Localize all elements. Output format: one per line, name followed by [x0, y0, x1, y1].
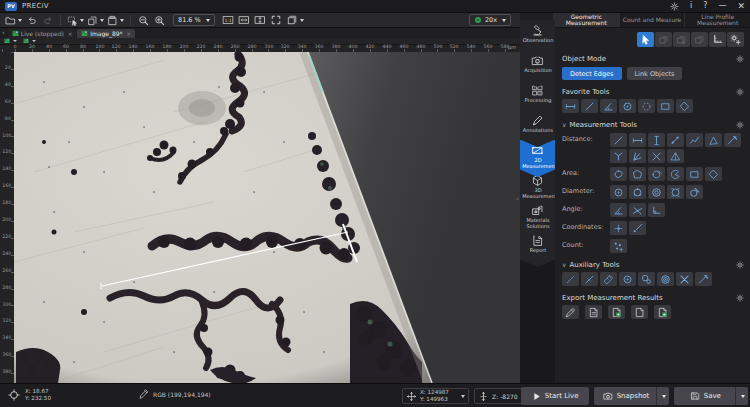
document-tab-image-89[interactable]: Image_89*✕: [77, 29, 135, 38]
tool-line-button[interactable]: [610, 133, 627, 147]
stage-xy-control[interactable]: X: 124987 Y: 149963: [402, 388, 469, 404]
tool-rulerband-button[interactable]: [600, 272, 617, 286]
tool-circconc-button[interactable]: [648, 185, 665, 199]
sidebar-item-observation[interactable]: Observation: [520, 20, 555, 57]
tool-angle3-button[interactable]: [600, 99, 617, 113]
snapshot-button[interactable]: Snapshot: [594, 387, 668, 405]
favorite-tools-settings-icon[interactable]: [736, 88, 744, 96]
object-mode-settings-icon[interactable]: [736, 55, 744, 63]
tool-lasso-button[interactable]: [610, 167, 627, 181]
help-icon[interactable]: ?: [703, 2, 707, 10]
overlay-layers-button[interactable]: [4, 38, 17, 44]
close-tab-icon[interactable]: ✕: [68, 31, 72, 37]
tool-anglelines-button[interactable]: [610, 149, 627, 163]
tool-fan-button[interactable]: [629, 149, 646, 163]
duplicate-add-button[interactable]: [673, 32, 690, 47]
copy-button[interactable]: [87, 14, 104, 27]
paste-button[interactable]: [107, 14, 124, 27]
tool-circmag-button[interactable]: [638, 272, 655, 286]
tool-fanline-button[interactable]: [705, 133, 722, 147]
snapshot-dropdown[interactable]: [656, 387, 669, 405]
open-file-button[interactable]: [5, 14, 22, 27]
tool-crossline-button[interactable]: [648, 149, 665, 163]
tool-filegreen-button[interactable]: [654, 305, 671, 319]
tool-circ2-button[interactable]: [619, 99, 636, 113]
mode-link-objects-button[interactable]: Link Objects: [627, 67, 683, 80]
tool-penline-button[interactable]: [695, 272, 712, 286]
tool-lineh-button[interactable]: [562, 99, 579, 113]
tab-line-profile-measurement[interactable]: Line Profile Measurement: [684, 13, 750, 27]
tool-tridist-button[interactable]: [667, 149, 684, 163]
zoom-in-button[interactable]: [153, 14, 166, 27]
actual-size-button[interactable]: 1:1: [222, 14, 235, 27]
auxiliary-tools-settings-icon[interactable]: [736, 261, 744, 269]
settings-icon[interactable]: [670, 2, 679, 11]
select-cursor-button[interactable]: [637, 32, 654, 47]
fullscreen-button[interactable]: [270, 14, 283, 27]
gallery-button[interactable]: [23, 38, 36, 44]
export-settings-icon[interactable]: [736, 294, 744, 302]
tool-filegreen-button[interactable]: [608, 305, 625, 319]
tool-pointline-button[interactable]: [629, 221, 646, 235]
tool-polyline-button[interactable]: [686, 133, 703, 147]
tool-linev-button[interactable]: [648, 133, 665, 147]
redo-button[interactable]: [41, 14, 54, 27]
objective-select[interactable]: 20x: [469, 14, 511, 26]
close-tab-icon[interactable]: ✕: [127, 31, 131, 37]
tool-angleperp-button[interactable]: [648, 203, 665, 217]
tool-point-button[interactable]: [610, 221, 627, 235]
tool-sector-button[interactable]: [667, 167, 684, 181]
tool-countdots-button[interactable]: [610, 239, 627, 253]
tool-lineh-button[interactable]: [629, 133, 646, 147]
select-tool-button[interactable]: [67, 14, 84, 27]
tool-diamond-button[interactable]: [676, 99, 693, 113]
collapse-panel-arrow[interactable]: ‹: [516, 195, 519, 203]
zoom-level-select[interactable]: 81.6 %: [173, 14, 215, 26]
tool-thinline-button[interactable]: [562, 272, 579, 286]
tool-fileplain-button[interactable]: [631, 305, 648, 319]
window-layout-button[interactable]: [286, 14, 304, 27]
tool-rect-button[interactable]: [657, 99, 674, 113]
tool-angle3-button[interactable]: [610, 203, 627, 217]
tool-circdash-button[interactable]: [638, 99, 655, 113]
zoom-out-button[interactable]: [137, 14, 150, 27]
mode-detect-edges-button[interactable]: Detect Edges: [562, 67, 622, 80]
tool-polygon-button[interactable]: [629, 167, 646, 181]
tab-geometric-measurement[interactable]: Geometric Measurement: [553, 13, 619, 27]
tool-angle4-button[interactable]: [629, 203, 646, 217]
start-live-button[interactable]: Start Live: [521, 387, 589, 405]
duplicate-object-button[interactable]: [655, 32, 672, 47]
corner-measure-button[interactable]: [709, 32, 726, 47]
tool-line-button[interactable]: [581, 99, 598, 113]
tool-filedoc-button[interactable]: [585, 305, 602, 319]
tool-rect-button[interactable]: [686, 167, 703, 181]
tool-caliper-button[interactable]: [667, 133, 684, 147]
measurement-tools-settings-icon[interactable]: [736, 121, 744, 129]
tab-count-and-measure[interactable]: Count and Measure: [619, 13, 685, 27]
tool-penslash-button[interactable]: [562, 305, 579, 319]
image-viewport[interactable]: [14, 52, 520, 383]
collapse-chevron-icon[interactable]: ∨: [562, 262, 566, 268]
fit-window-button[interactable]: [254, 14, 267, 27]
tab-scroll-left-icon[interactable]: ‹: [2, 29, 5, 37]
tool-diamond-button[interactable]: [705, 167, 722, 181]
tool-circ2-button[interactable]: [619, 272, 636, 286]
save-button[interactable]: Save: [674, 387, 748, 405]
fit-width-button[interactable]: [238, 14, 251, 27]
tool-cross-button[interactable]: [676, 272, 693, 286]
tool-target-button[interactable]: [657, 272, 674, 286]
tool-options-button[interactable]: [727, 32, 744, 47]
info-icon[interactable]: i: [690, 2, 692, 10]
tool-circfit-button[interactable]: [667, 185, 684, 199]
duplicate-alt-button[interactable]: [691, 32, 708, 47]
tool-circpen-button[interactable]: [686, 185, 703, 199]
tool-circ2-button[interactable]: [610, 185, 627, 199]
tool-penline-button[interactable]: [724, 133, 741, 147]
undo-button[interactable]: [25, 14, 38, 27]
close-icon[interactable]: ✕: [737, 2, 745, 11]
tool-circ3-button[interactable]: [629, 185, 646, 199]
document-tab-live-stopped[interactable]: Live (stopped)✕: [8, 29, 76, 38]
minimize-icon[interactable]: —: [718, 2, 726, 10]
tool-spline-button[interactable]: [648, 167, 665, 181]
collapse-chevron-icon[interactable]: ∨: [562, 122, 566, 128]
